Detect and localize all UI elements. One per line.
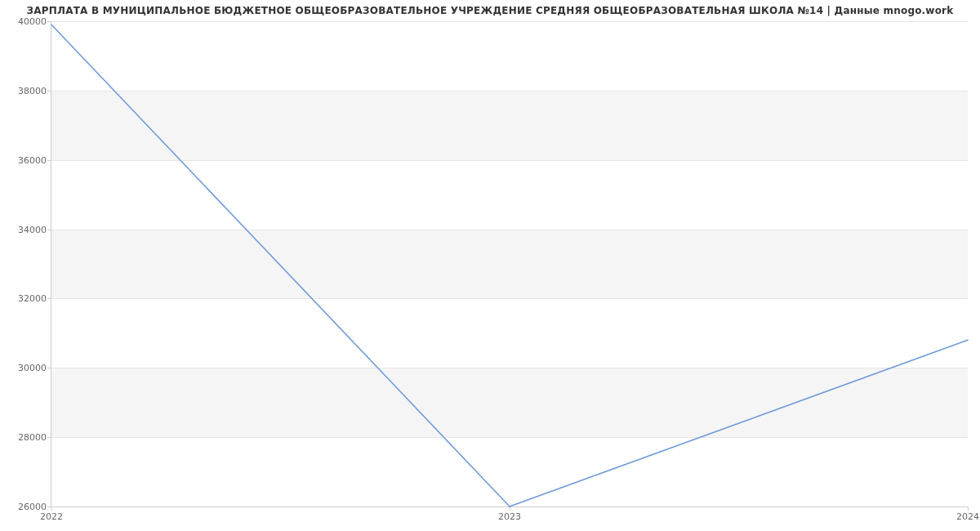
y-tick-label: 32000 [6,293,47,304]
y-tick-label: 34000 [6,224,47,234]
y-tick-label: 36000 [6,154,47,165]
y-tick-label: 28000 [6,432,47,443]
y-tick-label: 40000 [6,16,47,27]
x-tick-label: 2022 [40,511,63,522]
plot-area [51,21,968,506]
x-tick-label: 2024 [956,511,979,522]
y-tick-label: 26000 [6,502,47,512]
salary-line-chart: ЗАРПЛАТА В МУНИЦИПАЛЬНОЕ БЮДЖЕТНОЕ ОБЩЕО… [0,0,980,531]
chart-title: ЗАРПЛАТА В МУНИЦИПАЛЬНОЕ БЮДЖЕТНОЕ ОБЩЕО… [0,5,980,16]
x-tick-mark [968,506,969,511]
line-layer [51,21,968,506]
y-tick-label: 30000 [6,363,47,373]
y-tick-label: 38000 [6,85,47,96]
series-salary [51,25,968,506]
x-tick-label: 2023 [498,511,521,522]
